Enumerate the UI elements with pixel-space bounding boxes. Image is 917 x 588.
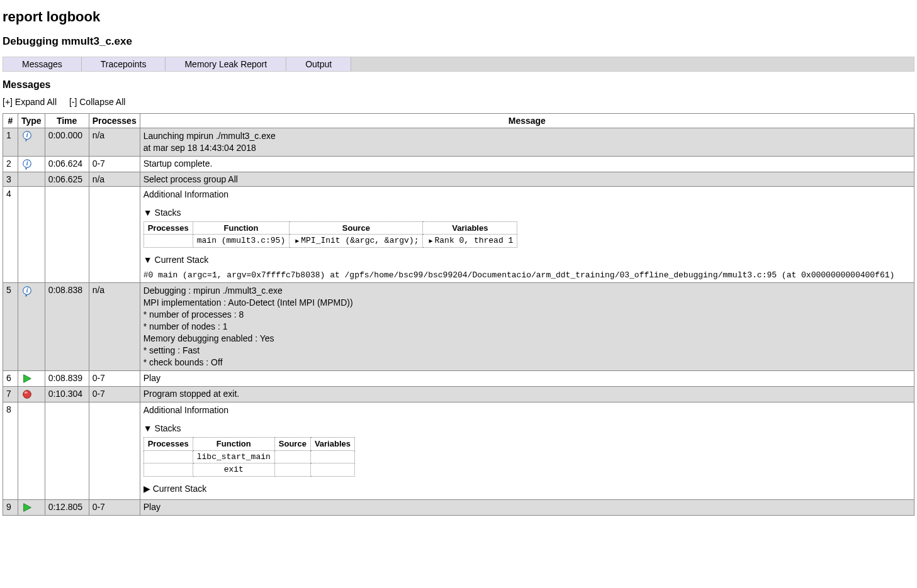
cell-message: Play [140,499,914,515]
cell-time [45,187,89,283]
cell-num: 9 [3,499,18,515]
cell-processes: n/a [89,283,140,370]
msg-line: * check bounds : Off [143,357,223,367]
stacks-row: main (mmult3.c:95) ▶MPI_Init (&argc, &ar… [143,235,517,248]
current-stack-toggle[interactable]: ▼Current Stack [143,254,911,266]
stacks-label: Stacks [155,423,181,433]
section-heading: Messages [3,79,914,91]
cell-type: i [18,156,45,172]
table-row: 3 0:06.625 n/a Select process group All [3,172,914,187]
stacks-toggle[interactable]: ▼Stacks [143,207,911,219]
msg-line: Debugging : mpirun ./mmult3_c.exe [143,286,283,296]
stop-icon [21,389,33,400]
stacks-col-function: Function [193,438,274,451]
table-header-row: # Type Time Processes Message [3,114,914,128]
svg-marker-6 [24,504,31,512]
stacks-col-source: Source [274,438,310,451]
cell-time: 0:06.625 [45,172,89,187]
cell-message: Program stopped at exit. [140,386,914,402]
cell-num: 7 [3,386,18,402]
cell-time: 0:08.838 [45,283,89,370]
triangle-right-icon: ▶ [293,238,301,245]
table-row: 8 Additional Information ▼Stacks Process… [3,402,914,499]
tab-messages[interactable]: Messages [3,57,82,71]
cell-type [18,499,45,515]
cell-time: 0:06.624 [45,156,89,172]
stacks-cell-source [274,463,310,477]
svg-point-4 [23,391,31,399]
cell-num: 1 [3,128,18,157]
stacks-cell-processes [143,463,193,477]
cell-num: 4 [3,187,18,283]
triangle-down-icon: ▼ [143,255,152,265]
tab-bar: Messages Tracepoints Memory Leak Report … [3,57,914,72]
stacks-cell-source: ▶MPI_Init (&argc, &argv); [290,235,423,248]
stacks-table: Processes Function Source Variables main… [143,221,518,248]
cell-num: 5 [3,283,18,370]
stacks-row: libc_start_main [143,450,354,463]
page-subtitle: Debugging mmult3_c.exe [3,35,914,48]
info-icon: i [21,158,33,170]
stacks-label: Stacks [155,208,181,218]
additional-info-label: Additional Information [143,404,911,416]
stacks-cell-function: exit [193,463,274,477]
cell-time: 0:12.805 [45,499,89,515]
stacks-cell-source [274,450,310,463]
msg-line: * setting : Fast [143,345,200,355]
cell-type [18,370,45,386]
cell-message: Additional Information ▼Stacks Processes… [140,402,914,499]
stacks-col-processes: Processes [143,438,193,451]
expand-all-button[interactable]: [+] Expand All [3,97,57,107]
stacks-toggle[interactable]: ▼Stacks [143,423,911,435]
triangle-right-icon: ▶ [427,238,434,245]
messages-table: # Type Time Processes Message 1 i 0:00.0… [3,113,914,516]
stacks-cell-processes [143,235,193,248]
col-message: Message [140,114,914,128]
cell-time: 0:00.000 [45,128,89,157]
triangle-down-icon: ▼ [143,423,152,433]
stacks-col-variables: Variables [423,221,517,235]
stacks-row: exit [143,463,354,477]
stacks-cell-function: main (mmult3.c:95) [193,235,289,248]
tab-tracepoints[interactable]: Tracepoints [82,57,166,71]
cell-processes: n/a [89,172,140,187]
cell-processes: n/a [89,128,140,157]
table-row: 7 0:10.304 0-7 Program stopped at exit. [3,386,914,402]
svg-text:i: i [26,286,28,293]
cell-message: Debugging : mpirun ./mmult3_c.exe MPI im… [140,283,914,370]
msg-line: Memory debugging enabled : Yes [143,333,274,343]
current-stack-toggle[interactable]: ▶Current Stack [143,483,911,495]
col-time: Time [45,114,89,128]
cell-message: Additional Information ▼Stacks Processes… [140,187,914,283]
info-icon: i [21,130,33,141]
collapse-all-button[interactable]: [-] Collapse All [69,97,125,107]
table-row: 5 i 0:08.838 n/a Debugging : mpirun ./mm… [3,283,914,370]
stacks-cell-variables [310,463,354,477]
page-title: report logbook [3,9,914,25]
stacks-cell-function: libc_start_main [193,450,274,463]
stacks-cell-processes [143,450,193,463]
msg-line: at mar sep 18 14:43:04 2018 [143,143,256,153]
expand-collapse-controls: [+] Expand All [-] Collapse All [3,97,914,107]
tab-output[interactable]: Output [286,57,351,71]
cell-message: Play [140,370,914,386]
msg-line: Launching mpirun ./mmult3_c.exe [143,131,276,141]
col-processes: Processes [89,114,140,128]
cell-type [18,187,45,283]
col-num: # [3,114,18,128]
cell-message: Startup complete. [140,156,914,172]
cell-message: Select process group All [140,172,914,187]
triangle-right-icon: ▶ [143,484,150,494]
table-row: 9 0:12.805 0-7 Play [3,499,914,515]
info-icon: i [21,286,33,297]
tab-memory-leak-report[interactable]: Memory Leak Report [166,57,286,71]
table-row: 4 Additional Information ▼Stacks Process… [3,187,914,283]
msg-line: * number of nodes : 1 [143,321,228,331]
cell-type [18,172,45,187]
svg-point-5 [25,392,28,394]
msg-line: * number of processes : 8 [143,309,244,319]
play-icon [21,373,33,384]
current-stack-label: Current Stack [153,484,207,494]
svg-text:i: i [26,131,28,138]
play-icon [21,502,33,513]
